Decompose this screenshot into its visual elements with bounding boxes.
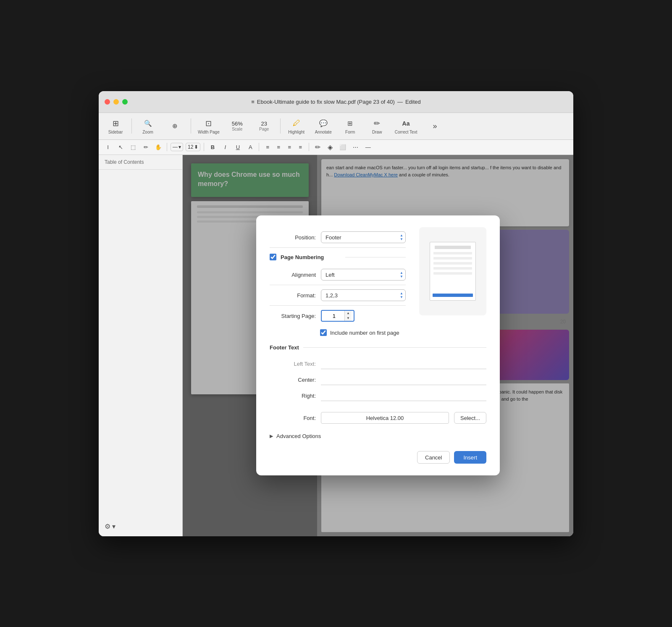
include-first-page-checkbox[interactable] (320, 329, 327, 336)
color-text-button[interactable]: A (245, 142, 255, 152)
modal-overlay: Position: Footer Header ▲ ▼ (183, 155, 573, 536)
font-size-arrows: ⬍ (194, 144, 198, 150)
font-row: Font: Helvetica 12.00 Select... (270, 408, 486, 428)
sidebar-label: Sidebar (108, 130, 123, 134)
preview-line-5 (433, 272, 472, 275)
starting-page-label: Starting Page: (270, 313, 316, 319)
zoom-tool[interactable]: 🔍 Zoom (135, 116, 160, 136)
page-numbering-header: Page Numbering (270, 248, 406, 265)
fmt-sep-2 (204, 143, 204, 151)
sidebar-icon: ⊞ (113, 118, 119, 129)
alignment-label: Alignment (270, 272, 316, 278)
highlight-tool[interactable]: 🖊 Highlight (284, 116, 309, 136)
zoom-label: Zoom (142, 130, 153, 134)
starting-page-input[interactable] (322, 313, 344, 319)
window-title: ≡ Ebook-Ultimate guide to fix slow Mac.p… (251, 99, 421, 105)
advanced-options-row[interactable]: ▶ Advanced Options (270, 428, 486, 444)
form-icon: ⊞ (347, 118, 353, 129)
italic-button[interactable]: I (220, 142, 230, 152)
gear-button[interactable]: ⚙ ▾ (105, 522, 116, 530)
highlight-icon: 🖊 (293, 118, 300, 129)
font-family-chevron: ▾ (178, 144, 181, 150)
advanced-options-label: Advanced Options (276, 433, 321, 439)
cancel-button[interactable]: Cancel (417, 451, 450, 464)
highlight-label: Highlight (288, 130, 304, 134)
stepper-up-button[interactable]: ▲ (345, 311, 352, 316)
preview-inner (430, 242, 476, 301)
font-family-selector[interactable]: — ▾ (171, 143, 183, 151)
page-width-icon: ⊡ (205, 118, 212, 129)
form-tool[interactable]: ⊞ Form (338, 116, 363, 136)
font-size-value: 12 (188, 144, 193, 150)
divider-3 (280, 118, 281, 134)
include-first-page-row: Include number on first page (270, 326, 406, 340)
right-text-input[interactable] (321, 390, 486, 401)
border-button[interactable]: ⬜ (338, 142, 348, 152)
align-justify-button[interactable]: ≡ (295, 142, 305, 152)
maximize-button[interactable] (122, 99, 128, 105)
scale-display: 56% Scale (225, 119, 250, 133)
bold-button[interactable]: B (207, 142, 218, 152)
alignment-select[interactable]: Left Center Right (321, 269, 406, 281)
hand-tool[interactable]: ✋ (153, 142, 163, 152)
app-window: ≡ Ebook-Ultimate guide to fix slow Mac.p… (99, 91, 573, 536)
position-select[interactable]: Footer Header (321, 231, 406, 243)
dialog: Position: Footer Header ▲ ▼ (256, 215, 500, 475)
format-bar: I ↖ ⬚ ✏ ✋ — ▾ 12 ⬍ B I U A ≡ ≡ ≡ ≡ ✏ ◈ ⬜… (99, 140, 573, 155)
section-divider (345, 257, 406, 257)
page-width-tool[interactable]: ⊡ Width Page (194, 116, 223, 136)
doc-icon: ≡ (251, 99, 255, 105)
align-right-button[interactable]: ≡ (284, 142, 294, 152)
fmt-sep-4 (309, 143, 309, 151)
page-numbering-title: Page Numbering (281, 254, 341, 260)
correct-text-tool[interactable]: Aa Correct Text (391, 116, 421, 136)
center-text-input[interactable] (321, 374, 486, 385)
sidebar-tool[interactable]: ⊞ Sidebar (103, 116, 128, 136)
font-display: Helvetica 12.00 (321, 412, 449, 424)
starting-page-row: Starting Page: ▲ ▼ (270, 306, 406, 326)
align-left-button[interactable]: ≡ (262, 142, 273, 152)
cursor-tool[interactable]: I (103, 142, 113, 152)
fill-color-button[interactable]: ◈ (325, 142, 335, 152)
preview-line-2 (433, 257, 472, 260)
fmt-sep-1 (167, 143, 167, 151)
annotate-icon: 💬 (319, 118, 328, 129)
dialog-buttons: Cancel Insert (270, 444, 486, 464)
format-select[interactable]: 1,2,3 i,ii,iii a,b,c (321, 289, 406, 301)
page-numbering-checkbox[interactable] (270, 254, 276, 260)
more-tool[interactable]: » (422, 119, 447, 133)
zoom-in-tool[interactable]: ⊕ (162, 119, 187, 133)
right-text-label: Right: (270, 393, 316, 399)
main-toolbar: ⊞ Sidebar 🔍 Zoom ⊕ ⊡ Width Page 56% Scal… (99, 113, 573, 140)
minimize-button[interactable] (113, 99, 119, 105)
sidebar-header: Table of Contents (99, 155, 182, 170)
position-select-wrapper: Footer Header ▲ ▼ (321, 231, 406, 243)
annotate-tool[interactable]: 💬 Annotate (311, 116, 336, 136)
format-label: Format: (270, 292, 316, 299)
footer-section-line (303, 347, 486, 348)
main-content: Table of Contents Why does Chrome use so… (99, 155, 573, 536)
select-tool[interactable]: ↖ (116, 142, 126, 152)
pen-tool[interactable]: ✏ (141, 142, 151, 152)
alignment-group: ≡ ≡ ≡ ≡ (262, 142, 305, 152)
page-display: 23 Page (252, 119, 277, 133)
stroke-color-button[interactable]: ✏ (312, 142, 323, 152)
select-font-button[interactable]: Select... (454, 412, 486, 424)
stepper-down-button[interactable]: ▼ (345, 316, 352, 321)
correct-text-icon: Aa (402, 118, 410, 129)
include-first-page-label: Include number on first page (330, 330, 399, 336)
more-format-button[interactable]: ⋯ (350, 142, 360, 152)
preview-header-line (435, 246, 471, 249)
align-center-button[interactable]: ≡ (273, 142, 284, 152)
underline-button[interactable]: U (233, 142, 243, 152)
divider-2 (191, 118, 191, 134)
left-text-input[interactable] (321, 358, 486, 369)
font-size-selector[interactable]: 12 ⬍ (186, 143, 200, 151)
close-button[interactable] (105, 99, 110, 105)
insert-button[interactable]: Insert (454, 451, 486, 464)
draw-tool[interactable]: ✏ Draw (365, 116, 390, 136)
select-rect-tool[interactable]: ⬚ (128, 142, 138, 152)
line-style-button[interactable]: — (363, 142, 373, 152)
center-text-row: Center: (270, 372, 486, 388)
title-text: Ebook-Ultimate guide to fix slow Mac.pdf… (257, 99, 395, 105)
